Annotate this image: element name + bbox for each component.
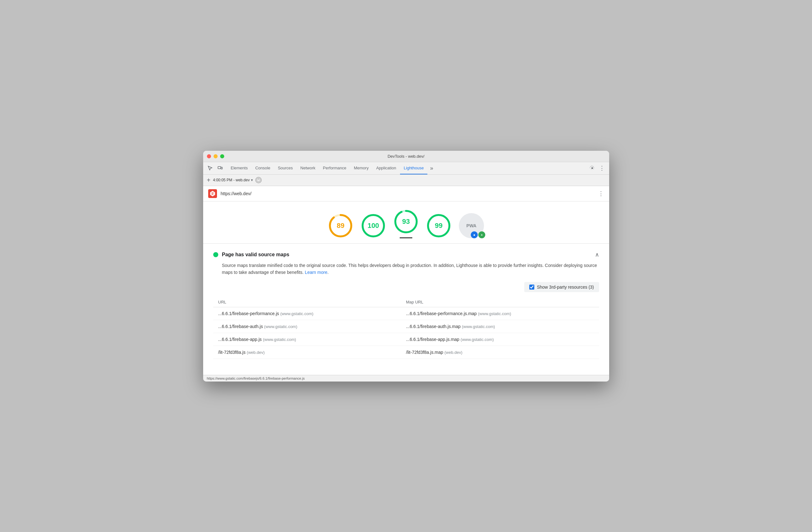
audit-source-maps: Page has valid source maps ∧ Source maps… xyxy=(213,251,599,359)
lighthouse-logo xyxy=(208,189,217,198)
status-url: https://www.gstatic.com/firebasejs/6.6.1… xyxy=(207,377,305,380)
svg-marker-4 xyxy=(210,191,215,196)
device-toolbar-icon[interactable] xyxy=(216,164,224,172)
svg-rect-6 xyxy=(212,194,213,195)
tab-elements[interactable]: Elements xyxy=(227,162,251,174)
cell-url: /lit-72fd3f8a.js (web.dev) xyxy=(218,350,406,355)
map-url-path: ...6.6.1/firebase-app.js.map xyxy=(406,337,460,342)
audit-title: Page has valid source maps xyxy=(222,252,591,257)
score-value-99: 99 xyxy=(435,222,443,230)
map-url-domain: (web.dev) xyxy=(444,350,462,355)
toolbar-icons xyxy=(206,164,224,172)
lighthouse-panel: https://web.dev/ ⋮ 89 xyxy=(203,186,609,375)
map-url-path: ...6.6.1/firebase-performance.js.map xyxy=(406,311,477,316)
title-bar: DevTools - web.dev/ xyxy=(203,151,609,162)
audit-description: Source maps translate minified code to t… xyxy=(222,262,599,276)
url-path: ...6.6.1/firebase-app.js xyxy=(218,337,262,342)
column-url: URL xyxy=(218,300,406,304)
throttle-icon[interactable] xyxy=(255,177,262,183)
tab-console[interactable]: Console xyxy=(251,162,274,174)
scores-section: 89 100 xyxy=(203,201,609,244)
inspect-icon[interactable] xyxy=(206,164,215,172)
table-row[interactable]: /lit-72fd3f8a.js (web.dev) /lit-72fd3f8a… xyxy=(213,346,599,359)
table-row[interactable]: ...6.6.1/firebase-auth.js (www.gstatic.c… xyxy=(213,320,599,333)
url-domain: (web.dev) xyxy=(247,350,265,355)
more-tabs-button[interactable]: » xyxy=(427,162,436,174)
svg-rect-1 xyxy=(221,167,222,169)
score-ring-100: 100 xyxy=(361,213,386,238)
show-third-party-label[interactable]: Show 3rd-party resources (3) xyxy=(524,282,599,292)
score-value-89: 89 xyxy=(337,222,344,230)
url-domain: (www.gstatic.com) xyxy=(280,311,313,316)
pwa-badge-green: + xyxy=(478,232,485,238)
score-performance[interactable]: 89 xyxy=(328,213,353,238)
score-accessibility[interactable]: 100 xyxy=(361,213,386,238)
url-domain: (www.gstatic.com) xyxy=(264,324,297,329)
table-header: URL Map URL xyxy=(213,297,599,307)
maximize-button[interactable] xyxy=(220,154,224,158)
map-url-domain: (www.gstatic.com) xyxy=(478,311,511,316)
window-controls xyxy=(207,154,224,158)
tab-lighthouse[interactable]: Lighthouse xyxy=(400,162,428,174)
devtools-window: DevTools - web.dev/ Elements Console xyxy=(203,151,609,381)
window-title: DevTools - web.dev/ xyxy=(388,154,424,159)
score-ring-89: 89 xyxy=(328,213,353,238)
secondary-toolbar: + 4:00:05 PM - web.dev ▾ xyxy=(203,175,609,186)
third-party-row: Show 3rd-party resources (3) xyxy=(213,282,599,292)
url-path: ...6.6.1/firebase-auth.js xyxy=(218,324,263,329)
add-session-button[interactable]: + xyxy=(207,177,211,183)
table-row[interactable]: ...6.6.1/firebase-performance.js (www.gs… xyxy=(213,307,599,320)
cell-map-url: /lit-72fd3f8a.js.map (web.dev) xyxy=(406,350,594,355)
url-domain: (www.gstatic.com) xyxy=(263,337,296,342)
tab-memory[interactable]: Memory xyxy=(350,162,372,174)
cell-url: ...6.6.1/firebase-app.js (www.gstatic.co… xyxy=(218,337,406,342)
audit-content: Page has valid source maps ∧ Source maps… xyxy=(203,244,609,372)
url-path: /lit-72fd3f8a.js xyxy=(218,350,246,355)
minimize-button[interactable] xyxy=(214,154,218,158)
url-path: ...6.6.1/firebase-performance.js xyxy=(218,311,279,316)
page-url: https://web.dev/ xyxy=(221,191,594,196)
tab-application[interactable]: Application xyxy=(372,162,400,174)
score-value-93: 93 xyxy=(402,218,410,226)
pwa-badge: PWA ● + xyxy=(459,213,484,238)
url-menu-icon[interactable]: ⋮ xyxy=(598,190,604,197)
pass-indicator xyxy=(213,252,218,257)
tab-performance[interactable]: Performance xyxy=(319,162,350,174)
url-bar: https://web.dev/ ⋮ xyxy=(203,186,609,201)
column-map-url: Map URL xyxy=(406,300,594,304)
close-button[interactable] xyxy=(207,154,211,158)
kebab-menu-icon[interactable]: ⋮ xyxy=(598,164,607,172)
learn-more-link[interactable]: Learn more xyxy=(305,270,328,275)
pwa-label: PWA xyxy=(466,223,476,228)
show-third-party-text: Show 3rd-party resources (3) xyxy=(537,284,594,290)
map-url-path: /lit-72fd3f8a.js.map xyxy=(406,350,443,355)
score-seo[interactable]: 99 xyxy=(426,213,451,238)
devtools-toolbar: Elements Console Sources Network Perform… xyxy=(203,162,609,175)
pwa-status-badges: ● + xyxy=(471,232,485,238)
svg-rect-5 xyxy=(212,193,214,193)
tab-network[interactable]: Network xyxy=(296,162,319,174)
map-url-domain: (www.gstatic.com) xyxy=(461,337,494,342)
map-url-domain: (www.gstatic.com) xyxy=(462,324,495,329)
pwa-badge-blue: ● xyxy=(471,232,478,238)
svg-rect-0 xyxy=(218,167,221,169)
settings-icon[interactable] xyxy=(588,164,597,172)
session-dropdown-icon[interactable]: ▾ xyxy=(251,178,253,182)
cell-map-url: ...6.6.1/firebase-auth.js.map (www.gstat… xyxy=(406,324,594,329)
map-url-path: ...6.6.1/firebase-auth.js.map xyxy=(406,324,461,329)
toolbar-right: ⋮ xyxy=(588,164,607,172)
table-row[interactable]: ...6.6.1/firebase-app.js (www.gstatic.co… xyxy=(213,333,599,346)
score-pwa[interactable]: PWA ● + xyxy=(459,213,484,238)
score-ring-99: 99 xyxy=(426,213,451,238)
session-label: 4:00:05 PM - web.dev ▾ xyxy=(213,178,253,182)
collapse-button[interactable]: ∧ xyxy=(595,251,599,258)
active-tab-indicator xyxy=(400,237,412,238)
cell-url: ...6.6.1/firebase-auth.js (www.gstatic.c… xyxy=(218,324,406,329)
devtools-tabs: Elements Console Sources Network Perform… xyxy=(227,162,588,174)
tab-sources[interactable]: Sources xyxy=(274,162,296,174)
status-bar: https://www.gstatic.com/firebasejs/6.6.1… xyxy=(203,375,609,381)
score-ring-93: 93 xyxy=(393,209,419,234)
score-best-practices[interactable]: 93 xyxy=(393,209,419,238)
audit-table: ...6.6.1/firebase-performance.js (www.gs… xyxy=(213,307,599,359)
show-third-party-checkbox[interactable] xyxy=(529,284,534,290)
